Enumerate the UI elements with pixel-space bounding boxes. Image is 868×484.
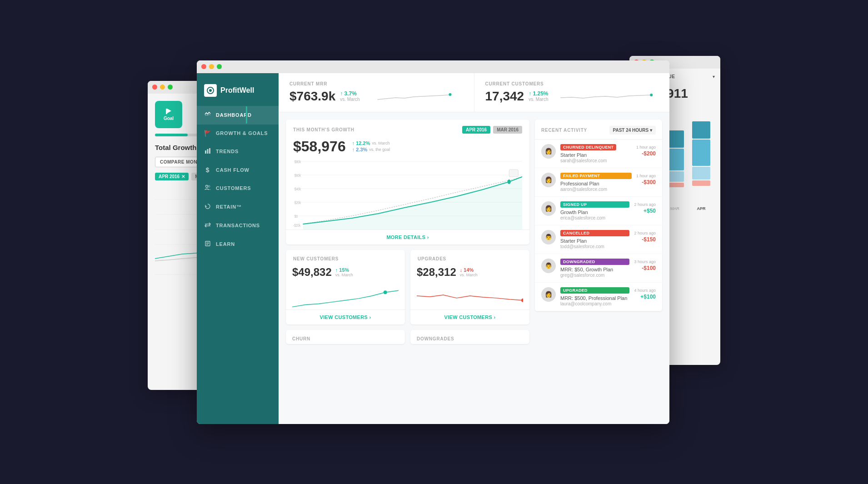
cashflow-icon: $ — [204, 166, 211, 174]
mrr-value: $763.9k — [289, 89, 335, 104]
activity-amount-0: -$200 — [642, 150, 656, 157]
nav-cashflow-label: CASH FLOW — [216, 167, 249, 173]
svg-point-23 — [209, 89, 212, 92]
avatar-4: 👨 — [541, 259, 556, 273]
activity-amount-5: +$100 — [640, 294, 656, 300]
nav-growth[interactable]: 🚩 GROWTH & GOALS — [197, 125, 279, 142]
main-window: ProfitWell DASHBOARD 🚩 GROWTH & GOALS TR… — [197, 60, 669, 424]
main-close[interactable] — [201, 64, 206, 69]
svg-rect-25 — [207, 149, 209, 154]
nav-learn[interactable]: LEARN — [197, 235, 279, 254]
activity-time-5: 4 hours ago — [634, 287, 656, 293]
customers-row: 17,342 ↑ 1.25% vs. March — [485, 89, 659, 104]
downgrades-card: DOWNGRADES — [410, 330, 529, 344]
new-customers-label: NEW CUSTOMERS — [293, 256, 339, 261]
bottom-cards-row: CHURN DOWNGRADES — [286, 330, 529, 344]
maximize-dot — [168, 85, 173, 90]
svg-text:$40k: $40k — [294, 186, 301, 191]
svg-point-35 — [449, 93, 451, 96]
mini-cards-row: NEW CUSTOMERS $49,832 ↑ 15% vs. March — [286, 250, 529, 324]
nav-transactions-label: TRANSACTIONS — [216, 223, 260, 228]
svg-rect-26 — [209, 148, 210, 154]
churn-title: CHURN — [286, 330, 405, 344]
apr-tag[interactable]: APR 2016 ✕ — [155, 173, 189, 180]
activity-badge-2: SIGNED UP — [560, 201, 629, 208]
activity-body-5: UPGRADED MRR: $500, Professional Plan la… — [560, 287, 629, 306]
left-column: THIS MONTH'S GROWTH APR 2016 MAR 2016 $5… — [286, 120, 529, 417]
customers-change-vs: vs. March — [529, 97, 548, 102]
new-customers-link[interactable]: VIEW CUSTOMERS › — [286, 309, 405, 324]
activity-plan-4: MRR: $50, Growth Plan — [560, 267, 629, 272]
activity-badge-3: CANCELLED — [560, 230, 629, 236]
nav-cashflow[interactable]: $ CASH FLOW — [197, 161, 279, 179]
metrics-bar: CURRENT MRR $763.9k ↑ 3.7% vs. March — [279, 73, 669, 112]
svg-text:MAR: MAR — [670, 206, 680, 211]
activity-body-0: CHURNED DELINQUENT Starter Plan sarah@sa… — [560, 144, 632, 163]
upgrades-change: ↓ 14% vs. March — [460, 267, 478, 277]
avatar-3: 👨 — [541, 230, 556, 244]
activity-badge-4: DOWNGRADED — [560, 259, 629, 265]
activity-amount-2: +$50 — [644, 208, 656, 214]
time-filter-dropdown[interactable]: PAST 24 HOURS ▾ — [609, 126, 656, 135]
nav-dashboard[interactable]: DASHBOARD — [197, 106, 279, 125]
svg-text:-$20k: -$20k — [293, 223, 300, 227]
activity-header: RECENT ACTIVITY PAST 24 HOURS ▾ — [535, 120, 662, 140]
churn-card: CHURN — [286, 330, 405, 344]
nav-transactions[interactable]: TRANSACTIONS — [197, 216, 279, 235]
avatar-2: 👩 — [541, 201, 556, 216]
activity-time-0: 1 hour ago — [636, 144, 656, 150]
nav-customers[interactable]: CUSTOMERS — [197, 179, 279, 198]
svg-text:APR: APR — [697, 206, 706, 211]
minimize-dot — [160, 85, 165, 90]
upgrades-label: UPGRADES — [418, 256, 446, 261]
new-customers-value-row: $49,832 ↑ 15% vs. March — [292, 266, 399, 279]
growth-title: THIS MONTH'S GROWTH — [293, 127, 354, 132]
new-customers-card: NEW CUSTOMERS $49,832 ↑ 15% vs. March — [286, 250, 405, 324]
close-dot — [152, 85, 157, 90]
upgrades-card: UPGRADES $28,312 ↓ 14% vs. March — [410, 250, 529, 324]
growth-change-1: ↑ 12.2% vs. March — [352, 140, 390, 146]
upgrades-link[interactable]: VIEW CUSTOMERS › — [410, 309, 529, 324]
mrr-sparkline — [364, 90, 463, 103]
learn-icon — [204, 240, 211, 248]
main-maximize[interactable] — [217, 64, 222, 69]
activity-item-2: 👩 SIGNED UP Growth Plan erica@salesforce… — [535, 197, 662, 225]
growth-value: $58,976 — [293, 138, 346, 155]
downgrades-title: DOWNGRADES — [410, 330, 529, 344]
activity-amount-4: -$100 — [642, 265, 656, 271]
main-content: CURRENT MRR $763.9k ↑ 3.7% vs. March — [279, 73, 669, 424]
svg-point-27 — [206, 185, 208, 187]
activity-email-5: laura@coolcompany.com — [560, 301, 629, 306]
activity-item-5: 👩 UPGRADED MRR: $500, Professional Plan … — [535, 283, 662, 311]
customers-icon — [204, 185, 211, 192]
activity-time-1: 1 hour ago — [636, 173, 656, 178]
brand: ProfitWell — [197, 80, 279, 106]
goal-badge: Goal — [155, 101, 182, 128]
growth-changes: ↑ 12.2% vs. March ↑ 2.3% vs. the goal — [352, 140, 390, 152]
nav-trends[interactable]: TRENDS — [197, 142, 279, 161]
nav-retain[interactable]: RETAIN™ — [197, 198, 279, 216]
activity-card: RECENT ACTIVITY PAST 24 HOURS ▾ 👩 — [535, 120, 662, 311]
nav-retain-label: RETAIN™ — [216, 204, 242, 210]
brand-icon — [204, 84, 217, 97]
activity-item-0: 👩 CHURNED DELINQUENT Starter Plan sarah@… — [535, 140, 662, 168]
main-minimize[interactable] — [209, 64, 214, 69]
lifetime-dropdown[interactable]: ▾ — [713, 74, 715, 79]
activity-body-4: DOWNGRADED MRR: $50, Growth Plan greg@sa… — [560, 259, 629, 278]
brand-name: ProfitWell — [220, 86, 254, 95]
svg-rect-17 — [692, 167, 710, 180]
upgrades-header: UPGRADES — [410, 250, 529, 266]
activity-time-3: 2 hours ago — [634, 230, 656, 235]
svg-point-49 — [508, 180, 511, 184]
growth-more-details[interactable]: MORE DETAILS › — [286, 230, 529, 244]
activity-email-1: aaron@salesforce.com — [560, 187, 632, 192]
customers-change-pct: ↑ 1.25% — [529, 90, 548, 97]
mrr-change-vs: vs. March — [340, 97, 359, 102]
customers-change: ↑ 1.25% vs. March — [529, 90, 548, 102]
activity-item-3: 👨 CANCELLED Starter Plan todd@salesforce… — [535, 225, 662, 254]
new-customers-metric: $49,832 ↑ 15% vs. March — [286, 266, 405, 282]
new-customers-sparkline — [286, 282, 405, 309]
activity-badge-1: FAILED PAYMENT — [560, 173, 632, 179]
svg-text:$60k: $60k — [294, 173, 301, 177]
svg-rect-0 — [166, 109, 167, 114]
